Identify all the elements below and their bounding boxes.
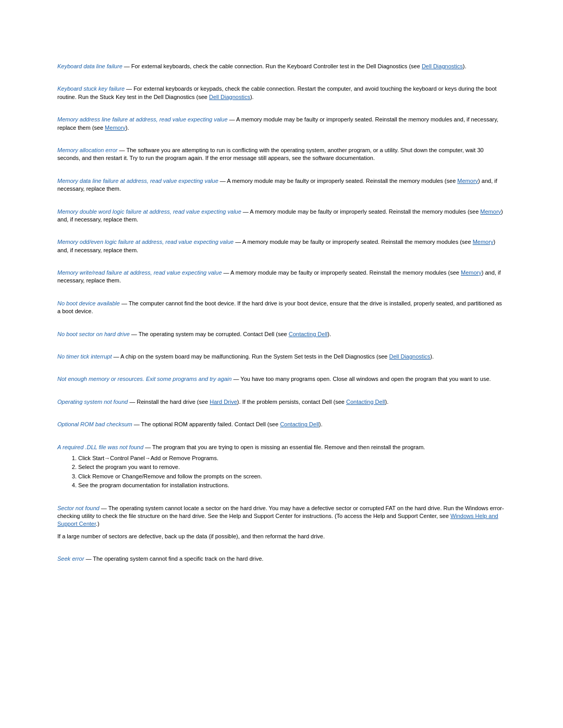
memory-address-line-link[interactable]: Memory [105, 125, 126, 131]
entry-seek-error: Seek error — The operating system cannot… [57, 555, 506, 563]
list-item: See the program documentation for instal… [78, 482, 506, 489]
entry-memory-double-word: Memory double word logic failure at addr… [57, 208, 506, 224]
entry-memory-write-read: Memory write/read failure at address, re… [57, 269, 506, 285]
memory-write-read-title: Memory write/read failure at address, re… [57, 269, 222, 276]
list-item: Select the program you want to remove. [78, 463, 506, 471]
memory-double-word-title: Memory double word logic failure at addr… [57, 208, 241, 215]
no-boot-device-title: No boot device available [57, 300, 120, 306]
keyboard-stuck-key-title: Keyboard stuck key failure [57, 85, 125, 92]
list-item: Click Remove or Change/Remove and follow… [78, 473, 506, 480]
entry-memory-data-line: Memory data line failure at address, rea… [57, 177, 506, 193]
memory-data-line-link[interactable]: Memory [457, 178, 478, 184]
keyboard-stuck-key-link[interactable]: Dell Diagnostics [209, 94, 250, 100]
memory-odd-even-link[interactable]: Memory [473, 239, 494, 245]
memory-data-line-title: Memory data line failure at address, rea… [57, 178, 218, 184]
seek-error-title: Seek error [57, 556, 84, 562]
operating-system-contacting-dell-link[interactable]: Contacting Dell [346, 399, 385, 405]
memory-address-line-title: Memory address line failure at address, … [57, 116, 228, 122]
no-timer-tick-title: No timer tick interrupt [57, 353, 112, 360]
keyboard-data-line-link[interactable]: Dell Diagnostics [422, 63, 463, 69]
entry-optional-rom-bad: Optional ROM bad checksum — The optional… [57, 421, 506, 428]
entry-keyboard-stuck-key: Keyboard stuck key failure — For externa… [57, 85, 506, 101]
required-dll-steps: Click Start→Control Panel→Add or Remove … [78, 454, 506, 490]
keyboard-data-line-title: Keyboard data line failure [57, 63, 123, 69]
entry-no-boot-sector: No boot sector on hard drive — The opera… [57, 330, 506, 338]
memory-allocation-error-title: Memory allocation error [57, 147, 118, 153]
list-item: Click Start→Control Panel→Add or Remove … [78, 454, 506, 462]
entry-no-timer-tick: No timer tick interrupt — A chip on the … [57, 353, 506, 361]
optional-rom-bad-title: Optional ROM bad checksum [57, 421, 132, 427]
no-timer-tick-link[interactable]: Dell Diagnostics [389, 353, 430, 360]
no-boot-sector-title: No boot sector on hard drive [57, 331, 130, 337]
operating-system-not-found-title: Operating system not found [57, 399, 128, 405]
entry-memory-address-line: Memory address line failure at address, … [57, 116, 506, 132]
memory-write-read-link[interactable]: Memory [461, 269, 482, 276]
entry-no-boot-device: No boot device available — The computer … [57, 300, 506, 316]
entry-memory-allocation-error: Memory allocation error — The software y… [57, 146, 506, 163]
entry-not-enough-memory: Not enough memory or resources. Exit som… [57, 375, 506, 383]
sector-not-found-title: Sector not found [57, 505, 100, 511]
entry-memory-odd-even: Memory odd/even logic failure at address… [57, 238, 506, 254]
optional-rom-bad-link[interactable]: Contacting Dell [280, 421, 319, 427]
entry-required-dll: A required .DLL file was not found — The… [57, 443, 506, 490]
not-enough-memory-title: Not enough memory or resources. Exit som… [57, 376, 231, 382]
required-dll-title: A required .DLL file was not found [57, 444, 143, 450]
no-boot-sector-link[interactable]: Contacting Dell [289, 331, 328, 337]
memory-double-word-link[interactable]: Memory [480, 208, 501, 215]
entry-operating-system-not-found: Operating system not found — Reinstall t… [57, 398, 506, 406]
sector-not-found-extra: If a large number of sectors are defecti… [57, 533, 506, 540]
entry-keyboard-data-line: Keyboard data line failure — For externa… [57, 63, 506, 70]
memory-odd-even-title: Memory odd/even logic failure at address… [57, 239, 234, 245]
operating-system-hard-drive-link[interactable]: Hard Drive [210, 399, 237, 405]
entry-sector-not-found: Sector not found — The operating system … [57, 504, 506, 541]
